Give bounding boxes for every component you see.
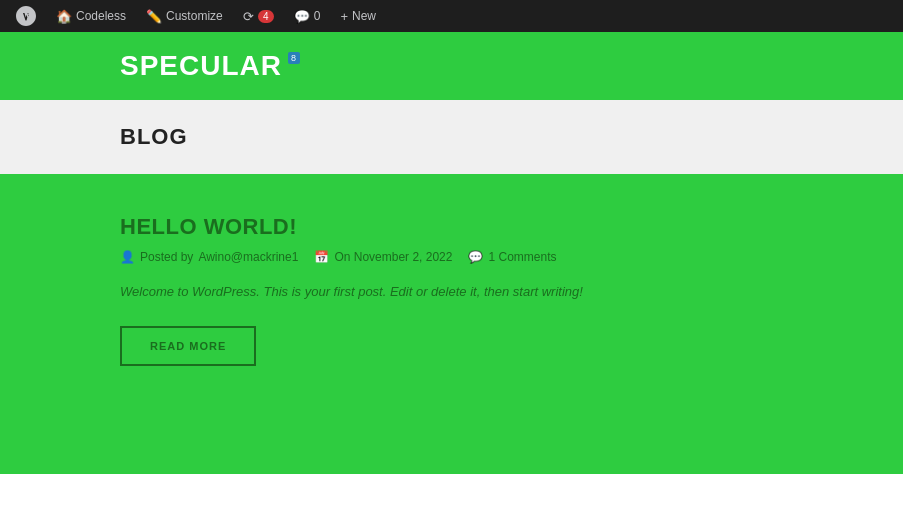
home-icon: 🏠	[56, 9, 72, 24]
wp-logo-button[interactable]	[8, 0, 44, 32]
blog-header: BLOG	[0, 100, 903, 174]
main-content: HELLO WORLD! 👤 Posted by Awino@mackrine1…	[0, 174, 903, 474]
blog-page-title: BLOG	[120, 124, 903, 150]
post-meta: 👤 Posted by Awino@mackrine1 📅 On Novembe…	[120, 250, 783, 264]
updates-icon: ⟳	[243, 9, 254, 24]
calendar-icon: 📅	[314, 250, 329, 264]
customize-label: Customize	[166, 9, 223, 23]
customize-icon: ✏️	[146, 9, 162, 24]
post-comments: 1 Comments	[488, 250, 556, 264]
post-date: On November 2, 2022	[334, 250, 452, 264]
comments-button[interactable]: 💬 0	[286, 0, 329, 32]
customize-button[interactable]: ✏️ Customize	[138, 0, 231, 32]
speech-icon: 💬	[468, 250, 483, 264]
updates-badge: 4	[258, 10, 274, 23]
new-button[interactable]: + New	[332, 0, 384, 32]
site-title: SPECULAR8	[120, 50, 282, 82]
post-title: HELLO WORLD!	[120, 214, 783, 240]
post-author: Awino@mackrine1	[198, 250, 298, 264]
post-comments-meta: 💬 1 Comments	[468, 250, 556, 264]
new-label: New	[352, 9, 376, 23]
author-icon: 👤	[120, 250, 135, 264]
post-author-meta: 👤 Posted by Awino@mackrine1	[120, 250, 298, 264]
site-header: SPECULAR8	[0, 32, 903, 100]
blog-post: HELLO WORLD! 👤 Posted by Awino@mackrine1…	[120, 214, 783, 366]
read-more-button[interactable]: READ MORE	[120, 326, 256, 366]
admin-bar: 🏠 Codeless ✏️ Customize ⟳ 4 💬 0 + New	[0, 0, 903, 32]
comments-icon: 💬	[294, 9, 310, 24]
updates-button[interactable]: ⟳ 4	[235, 0, 282, 32]
title-badge: 8	[288, 52, 300, 64]
codeless-label: Codeless	[76, 9, 126, 23]
comments-count: 0	[314, 9, 321, 23]
post-date-meta: 📅 On November 2, 2022	[314, 250, 452, 264]
posted-by-label: Posted by	[140, 250, 193, 264]
codeless-button[interactable]: 🏠 Codeless	[48, 0, 134, 32]
new-icon: +	[340, 9, 348, 24]
post-excerpt: Welcome to WordPress. This is your first…	[120, 282, 783, 302]
